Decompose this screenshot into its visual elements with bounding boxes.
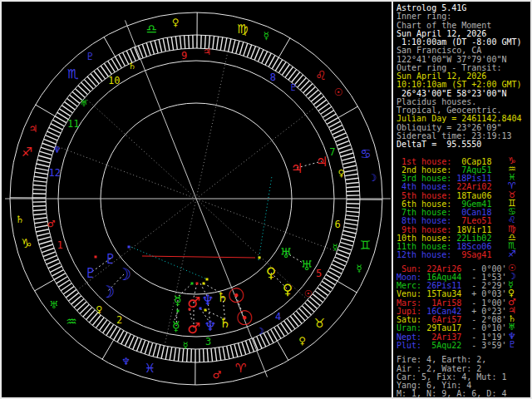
planet-glyph: ♇: [508, 340, 516, 349]
house-cusp-value: 9Sag41: [451, 250, 491, 259]
house-row-12: 12th house: 9Sag41♐: [397, 251, 491, 259]
totals-line-5: M: 1, N: 9, A: 6, D: 4: [397, 390, 506, 398]
info-line-17: DeltaT = 95.5550: [397, 140, 481, 149]
astrolog-screen: ♈♂♉♀♊☿♋☽♌☉♍☿♎♀♏♇♐♃♑♄♒♅♓♆1♂2♀3☿4☽5☉6☿7♀8♇…: [0, 0, 532, 399]
planet-row-Plut: Plut: 5Aqu22 - 3°59'♇: [397, 342, 506, 350]
info-panel: Astrolog 5.41GInner ring:Chart of the Mo…: [0, 0, 532, 399]
planet-label: Plut:: [397, 341, 421, 350]
totals-text: M: 1, N: 9, A: 6, D: 4: [397, 389, 506, 398]
info-text: DeltaT = 95.5550: [397, 140, 481, 149]
house-sign-glyph: ♐: [508, 249, 516, 259]
panel-separator: [392, 0, 393, 399]
planet-velocity: - 3°59': [461, 341, 506, 350]
house-label: 12th house:: [397, 250, 451, 259]
planet-position: 5Aqu22: [421, 341, 461, 350]
